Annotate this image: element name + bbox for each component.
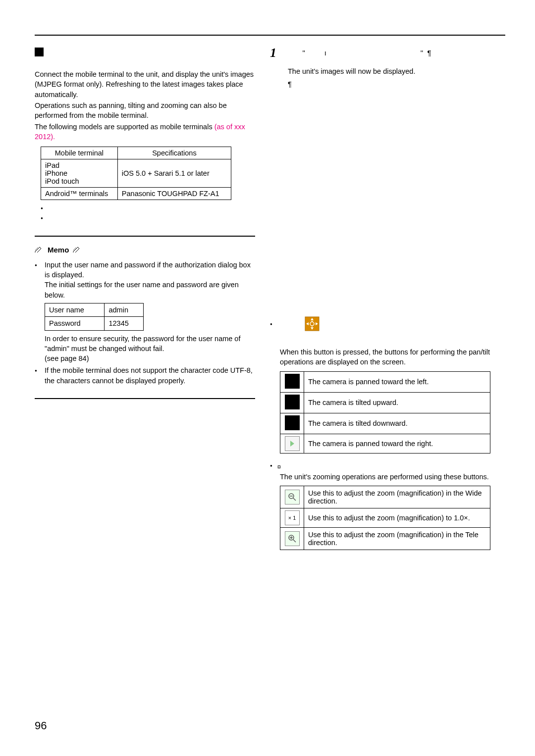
bullet-icon: ● [270,462,272,468]
table-cell: The camera is tilted upward. [304,392,490,413]
list-item: If the mobile terminal does not support … [35,365,255,386]
table-cell: Use this to adjust the zoom (magnificati… [304,508,490,527]
spec-table: Mobile terminal Specifications iPad iPho… [41,147,231,200]
pan-tilt-table: The camera is panned toward the left. Th… [280,371,490,454]
tilt-down-icon [285,415,300,430]
section-marker-icon [35,48,44,56]
credentials-table: User nameadmin Password12345 [45,303,144,331]
table-cell: iPad iPhone iPod touch [41,159,118,188]
section-title: Displaying the web screen using a mobile… [49,47,251,57]
table-cell: iOS 5.0 + Sarari 5.1 or later [117,159,231,188]
step-row: 1 " ı " ¶ [270,47,490,59]
left-column: Displaying the web screen using a mobile… [35,47,255,550]
zoom-section: ● ¤ Zoom The unit's zooming operations a… [270,462,490,550]
memo-header: Memo [35,246,255,254]
right-column: 1 " ı " ¶ The unit's images will now be … [270,47,490,550]
paragraph: Operations such as panning, tilting and … [35,101,255,121]
result-text: The unit's images will now be displayed. [288,67,490,75]
zoom-wide-icon [285,490,300,504]
paragraph: The following models are supported as mo… [35,122,255,142]
svg-line-3 [293,498,296,501]
zoom-tele-icon [285,531,300,546]
control-name: Pan/Tilt [277,335,320,346]
manual-page: Displaying the web screen using a mobile… [0,0,535,756]
table-header: Mobile terminal [41,147,118,159]
divider [35,236,255,237]
table-cell: Use this to adjust the zoom (magnificati… [304,527,490,550]
pan-tilt-section: ● [270,316,490,454]
text: The following models are supported as mo… [35,123,214,131]
pan-right-icon [285,436,300,451]
control-name: Zoom [284,462,304,471]
table-header: Specifications [117,147,231,159]
paragraph: Connect the mobile terminal to the unit,… [35,69,255,100]
table-cell: The camera is panned toward the right. [304,434,490,453]
top-border [35,35,505,36]
list-item: ﬁ [41,213,255,223]
list-item: Input the user name and password if the … [35,260,255,364]
pan-tilt-center-icon [304,316,320,332]
zoom-x1-icon: × 1 [285,510,300,525]
control-description: When this button is pressed, the buttons… [280,347,490,367]
step-number: 1 [270,47,276,59]
pan-left-icon [285,374,300,389]
table-cell: Use this to adjust the zoom (magnificati… [304,486,490,508]
pencil-icon [73,247,82,252]
table-cell: The camera is tilted downward. [304,413,490,434]
memo-list: Input the user name and password if the … [35,260,255,386]
table-cell: Android™ terminals [41,188,118,200]
pencil-icon [35,247,44,252]
table-cell: The camera is panned toward the left. [304,371,490,392]
bullet-icon: ● [270,316,272,326]
memo-label: Memo [48,246,69,254]
step-text: " ı " ¶ [282,47,432,58]
zoom-table: Use this to adjust the zoom (magnificati… [280,486,490,550]
page-number: 96 [35,719,47,732]
list-item: Use a standard web browser with an Andor… [41,203,255,213]
zoom-mark: ¤ [277,463,281,470]
bullet-list: Use a standard web browser with an Andor… [41,203,255,223]
footnote-label: ¶ ı [288,80,490,88]
control-description: The unit's zooming operations are perfor… [280,472,490,482]
tilt-up-icon [285,395,300,409]
divider [35,398,255,399]
table-cell: Panasonic TOUGHPAD FZ-A1 [117,188,231,200]
svg-line-6 [293,540,296,542]
